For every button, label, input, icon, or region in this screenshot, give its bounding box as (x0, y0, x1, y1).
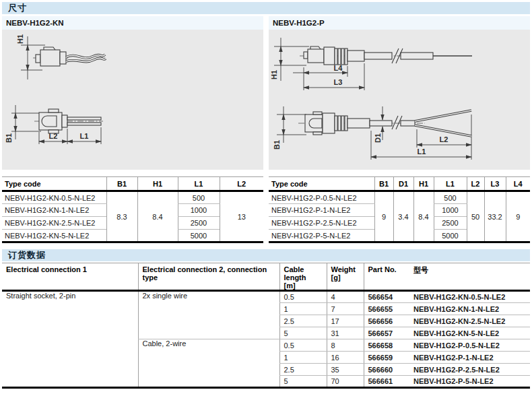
kn-side-view (33, 47, 106, 66)
model-cell: NEBV-H1G2-KN-2.5-N-LE2 (409, 315, 530, 327)
header-unit: [g] (331, 273, 360, 282)
ordering-table: Electrical connection 1 Electrical conne… (2, 263, 530, 389)
model-cell: NEBV-H1G2-P-2.5-N-LE2 (409, 364, 530, 376)
part-no-cell: 566659 (364, 352, 409, 364)
l2-value-cell: 50 (467, 191, 484, 242)
model-cell: NEBV-H1G2-KN-0.5-N-LE2 (409, 291, 530, 303)
cable-length-cell: 2.5 (279, 315, 327, 327)
kn-dimension-table: Type code B1 H1 L1 L2 NEBV-H1G2-KN-0.5-N… (2, 176, 263, 243)
kn-top-view (34, 109, 103, 133)
table-row: NEBV-H1G2-P-0.5-N-LE2 9 3.4 8.4 500 50 3… (269, 191, 530, 204)
connection2-cell: 2x single wire (138, 291, 279, 339)
l1-value-cell: 1000 (178, 204, 220, 217)
cable-length-cell: 5 (279, 376, 327, 388)
weight-cell: 31 (327, 327, 364, 339)
part-no-cell: 566658 (364, 339, 409, 352)
part-no-cell: 566660 (364, 364, 409, 376)
type-code-cell: NEBV-H1G2-KN-2.5-N-LE2 (2, 217, 106, 230)
part-no-cell: 566656 (364, 315, 409, 327)
weight-cell: 70 (327, 376, 364, 388)
dim-label-l1: L1 (80, 132, 89, 140)
panel-kn-label: NEBV-H1G2-KN (2, 16, 263, 30)
p-side-view (300, 46, 472, 65)
datasheet-page: 尺寸 NEBV-H1G2-KN (2, 0, 530, 389)
table-header-row: Type code B1 H1 L1 L2 (2, 177, 263, 191)
weight-cell: 16 (327, 352, 364, 364)
model-cell: NEBV-H1G2-P-5-N-LE2 (409, 376, 530, 388)
column-header-model: 型号 (409, 263, 530, 291)
column-header-h1: H1 (413, 177, 434, 191)
type-code-cell: NEBV-H1G2-P-5-N-LE2 (269, 230, 374, 242)
drawing-panels: NEBV-H1G2-KN (2, 16, 530, 170)
part-no-cell: 566655 (364, 303, 409, 315)
model-cell: NEBV-H1G2-KN-1-N-LE2 (409, 303, 530, 315)
d1-value-cell: 3.4 (393, 191, 413, 242)
type-code-cell: NEBV-H1G2-KN-5-N-LE2 (2, 230, 106, 242)
cable-length-cell: 1 (279, 352, 327, 364)
connection1-cell: Straight socket, 2-pin (2, 291, 138, 388)
panel-kn: NEBV-H1G2-KN (2, 16, 263, 170)
column-header-b1: B1 (374, 177, 393, 191)
weight-cell: 17 (327, 315, 364, 327)
column-header-type-code: Type code (269, 177, 374, 191)
dim-label-l3: L3 (334, 78, 343, 86)
p-technical-drawing: H1 L4 L3 B1 D1 L2 L1 (269, 30, 530, 170)
column-header-type-code: Type code (2, 177, 106, 191)
l1-value-cell: 2500 (434, 217, 467, 230)
dim-label-l4: L4 (334, 64, 343, 72)
column-header-l2: L2 (220, 177, 263, 191)
column-header-part-no: Part No. (364, 263, 409, 291)
cable-length-cell: 1 (279, 303, 327, 315)
header-unit: [m] (284, 282, 323, 290)
column-header-l2: L2 (467, 177, 484, 191)
p-top-view (298, 110, 471, 136)
dim-label-l2: L2 (440, 135, 448, 143)
l1-value-cell: 2500 (178, 217, 220, 230)
type-code-cell: NEBV-H1G2-KN-0.5-N-LE2 (2, 191, 106, 204)
model-cell: NEBV-H1G2-P-1-N-LE2 (409, 352, 530, 364)
dimension-tables: Type code B1 H1 L1 L2 NEBV-H1G2-KN-0.5-N… (2, 176, 530, 243)
dim-label-l1: L1 (418, 147, 426, 156)
dim-label-b1: B1 (5, 133, 13, 143)
type-code-cell: NEBV-H1G2-KN-1-N-LE2 (2, 204, 106, 217)
dim-label-b1: B1 (273, 140, 281, 150)
l1-value-cell: 5000 (178, 230, 220, 242)
weight-cell: 35 (327, 364, 364, 376)
weight-cell: 4 (327, 291, 364, 303)
table-row: Straight socket, 2-pin 2x single wire 0.… (2, 291, 530, 303)
panel-kn-drawing-area: H1 B1 L2 L1 (2, 30, 263, 170)
section-title-ordering: 订货数据 (2, 249, 530, 261)
model-cell: NEBV-H1G2-KN-5-N-LE2 (409, 327, 530, 339)
l2-value-cell: 13 (220, 191, 263, 242)
panel-p-drawing-area: H1 L4 L3 B1 D1 L2 L1 (269, 30, 530, 170)
kn-technical-drawing: H1 B1 L2 L1 (2, 30, 263, 170)
cable-length-cell: 0.5 (279, 339, 327, 352)
b1-value-cell: 8.3 (106, 191, 137, 242)
h1-value-cell: 8.4 (137, 191, 178, 242)
column-header-h1: H1 (137, 177, 178, 191)
h1-value-cell: 8.4 (413, 191, 434, 242)
column-header-d1: D1 (393, 177, 413, 191)
l3-value-cell: 33.2 (484, 191, 506, 242)
dim-label-h1: H1 (270, 70, 278, 79)
part-no-cell: 566654 (364, 291, 409, 303)
table-header-row: Type code B1 D1 H1 L1 L2 L3 L4 (269, 177, 530, 191)
cable-length-cell: 0.5 (279, 291, 327, 303)
panel-p: NEBV-H1G2-P (269, 16, 530, 170)
cable-length-cell: 5 (279, 327, 327, 339)
column-header-b1: B1 (106, 177, 137, 191)
section-title-dimensions: 尺寸 (2, 2, 530, 14)
p-dimension-table: Type code B1 D1 H1 L1 L2 L3 L4 NEBV-H1G2… (269, 176, 530, 243)
l4-value-cell: 9 (506, 191, 530, 242)
type-code-cell: NEBV-H1G2-P-0.5-N-LE2 (269, 191, 374, 204)
part-no-cell: 566657 (364, 327, 409, 339)
model-cell: NEBV-H1G2-P-0.5-N-LE2 (409, 339, 530, 352)
column-header-l3: L3 (484, 177, 506, 191)
column-header-l4: L4 (506, 177, 530, 191)
cable-length-cell: 2.5 (279, 364, 327, 376)
l1-value-cell: 1000 (434, 204, 467, 217)
weight-cell: 7 (327, 303, 364, 315)
column-header-connection1: Electrical connection 1 (2, 263, 138, 291)
column-header-connection2: Electrical connection 2, connection type (138, 263, 279, 291)
l1-value-cell: 500 (434, 191, 467, 204)
